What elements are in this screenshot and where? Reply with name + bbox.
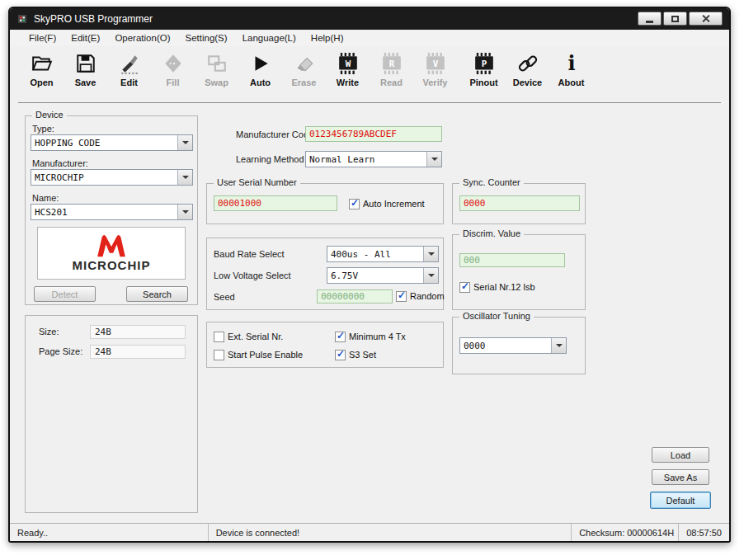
chip-pinout-icon: P [473,53,495,74]
chevron-down-icon[interactable] [426,152,441,167]
user-serial-group-title: User Serial Number [214,177,300,187]
svg-text:W: W [345,59,351,69]
toolbar-save[interactable]: Save [64,46,107,102]
discrim-value-group-title: Discrim. Value [459,228,524,238]
manufacturer-code-value: 0123456789ABCDEF [309,129,397,139]
sync-counter-field[interactable]: 0000 [459,195,580,211]
open-folder-icon [31,53,53,74]
toolbar-write[interactable]: W Write [326,46,370,102]
toolbar-auto[interactable]: Auto [238,46,282,102]
toolbar-swap: Swap [195,46,238,102]
page-size-value-field: 24B [90,345,186,359]
status-checksum-text: Checksum: 00000614H [579,528,674,538]
oscillator-tuning-select[interactable]: 0000 [459,337,567,354]
toolbar-about-label: About [558,78,585,87]
chip-write-icon: W [337,53,359,74]
baud-rate-select[interactable]: 400us - All [327,246,439,262]
chevron-down-icon[interactable] [551,338,566,353]
discrim-value: 000 [464,255,480,266]
chevron-down-icon[interactable] [177,205,192,219]
manufacturer-select[interactable]: MICROCHIP [31,169,193,186]
manufacturer-code-field[interactable]: 0123456789ABCDEF [305,126,442,142]
auto-play-icon [250,53,271,74]
menu-help[interactable]: Help(H) [304,31,351,45]
sync-counter-group: Sync. Counter 0000 [452,183,586,224]
ext-serial-label: Ext. Serial Nr. [228,332,283,341]
svg-text:P: P [481,59,487,69]
user-serial-value: 00001000 [218,198,261,209]
size-label: Size: [39,327,59,336]
minimize-icon [646,21,653,23]
baud-settings-group: Baud Rate Select 400us - All Low Voltage… [206,238,444,310]
toolbar-pinout[interactable]: P Pinout [462,46,506,102]
toolbar-edit[interactable]: Edit [107,46,151,102]
start-pulse-checkbox[interactable]: Start Pulse Enable [214,349,303,360]
fill-icon [162,53,184,74]
type-select-value: HOPPING CODE [31,138,177,148]
ext-serial-checkbox[interactable]: Ext. Serial Nr. [214,331,283,342]
chevron-down-icon[interactable] [423,268,438,283]
minimum-4tx-checkbox[interactable]: Minimum 4 Tx [335,331,406,342]
minimum-4tx-label: Minimum 4 Tx [349,332,406,341]
load-button[interactable]: Load [652,447,709,463]
app-icon [16,13,28,25]
svg-text:i: i [567,53,575,74]
default-button[interactable]: Default [650,492,711,509]
window-controls [638,12,723,26]
close-icon [701,14,710,23]
seed-field[interactable]: 00000000 [317,289,393,304]
menu-setting[interactable]: Setting(S) [177,31,234,45]
toolbar: Open Save Edit [20,46,593,102]
seed-value: 00000000 [321,291,365,302]
menu-edit[interactable]: Edit(E) [64,31,107,45]
maximize-icon [671,16,679,22]
random-checkbox-box [396,291,407,302]
toolbar-swap-label: Swap [205,78,228,87]
toolbar-pinout-label: Pinout [469,78,497,87]
toolbar-device[interactable]: Device [506,46,549,102]
search-button[interactable]: Search [126,286,188,302]
maximize-button[interactable] [663,12,687,26]
options-group: Ext. Serial Nr. Minimum 4 Tx Start Pulse… [206,322,444,368]
toolbar-about[interactable]: i About [549,46,593,102]
chevron-down-icon[interactable] [177,170,192,185]
edit-knife-icon [119,53,140,74]
name-select[interactable]: HCS201 [31,204,193,220]
svg-text:V: V [432,59,438,69]
title-bar[interactable]: SkyPRO USB Programmer [10,8,729,30]
microchip-brand-text: MICROCHIP [73,258,151,272]
minimize-button[interactable] [638,12,662,26]
page-size-value: 24B [95,346,111,357]
auto-increment-checkbox[interactable]: Auto Increment [349,198,425,209]
toolbar-open[interactable]: Open [20,46,64,102]
toolbar-write-label: Write [337,78,359,87]
random-checkbox[interactable]: Random [396,290,445,302]
chevron-down-icon[interactable] [177,135,192,150]
low-voltage-select[interactable]: 6.75V [327,267,439,284]
chevron-down-icon[interactable] [423,247,438,261]
microchip-m-icon [95,234,128,257]
s3-set-checkbox-box [335,350,346,360]
menu-language[interactable]: Language(L) [235,31,304,45]
chip-read-icon: R [381,53,403,74]
serial-lsb-checkbox[interactable]: Serial Nr.12 lsb [459,281,535,293]
window-title: SkyPRO USB Programmer [34,13,153,25]
discrim-value-field[interactable]: 000 [459,253,565,267]
desktop: SkyPRO USB Programmer File(F) Edit(E) Op… [0,0,744,560]
status-time-text: 08:57:50 [686,528,722,538]
seed-label: Seed [214,292,235,302]
status-ready-section: Ready.. [10,524,209,541]
user-serial-field[interactable]: 00001000 [214,195,337,211]
save-as-button[interactable]: Save As [652,469,709,485]
learning-method-select[interactable]: Normal Learn [305,151,442,167]
s3-set-checkbox[interactable]: S3 Set [335,349,376,360]
baud-rate-value: 400us - All [327,249,423,260]
user-serial-group: User Serial Number 00001000 Auto Increme… [206,183,444,224]
type-select[interactable]: HOPPING CODE [31,134,193,151]
menu-file[interactable]: File(F) [21,31,64,45]
learning-method-value: Normal Learn [306,154,426,165]
device-group-title: Device [32,110,67,120]
close-button[interactable] [689,12,723,26]
menu-operation[interactable]: Operation(O) [107,31,177,45]
toolbar-read: R Read [370,46,413,102]
